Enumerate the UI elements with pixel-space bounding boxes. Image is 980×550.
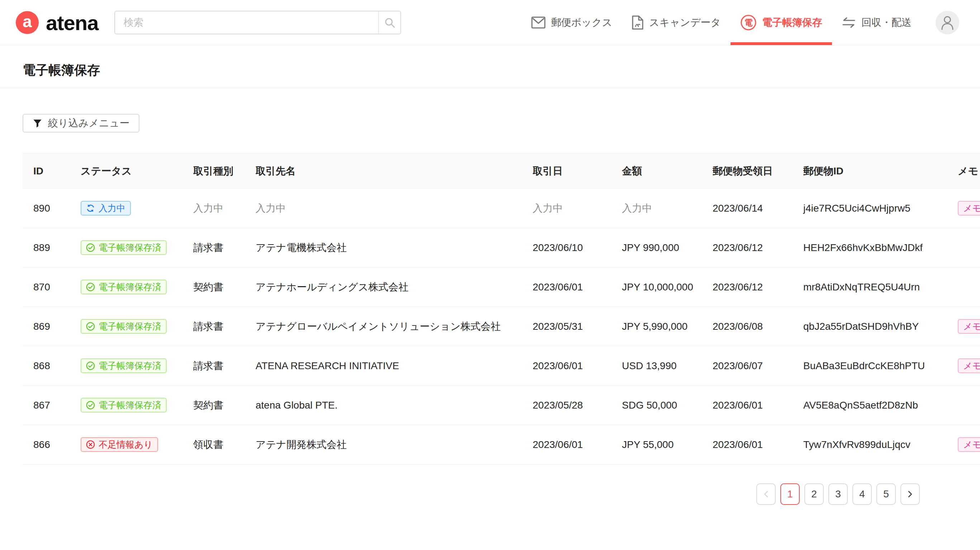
pagination-prev-button[interactable] — [756, 483, 776, 505]
cell-status: 電子帳簿保存済 — [70, 386, 183, 425]
memo-label: メモあり — [963, 322, 980, 331]
pagination-next-button[interactable] — [900, 483, 920, 505]
brand-logo[interactable]: a atena — [16, 11, 99, 35]
nav-item-pickup-delivery[interactable]: 回収・配送 — [832, 0, 921, 45]
memo-label: メモあり — [963, 440, 980, 449]
pagination-page-3[interactable]: 3 — [828, 483, 848, 505]
cell-partner: atena Global PTE. — [245, 386, 522, 425]
cell-received: 2023/06/14 — [702, 189, 792, 228]
memo-badge[interactable]: メモあり — [958, 201, 980, 216]
svg-text:電: 電 — [745, 18, 753, 27]
cell-partner: ATENA RESEARCH INITIATIVE — [245, 346, 522, 386]
sync-icon — [86, 204, 95, 213]
filter-menu-label: 絞り込みメニュー — [48, 116, 129, 130]
pagination-page-4[interactable]: 4 — [853, 483, 872, 505]
nav-item-denshi-chobo[interactable]: 電 電子帳簿保存 — [730, 0, 832, 45]
cell-mail-id: mr8AtiDxNqTREQ5U4Urn — [792, 268, 947, 307]
status-icon — [86, 282, 95, 292]
cell-received: 2023/06/08 — [702, 307, 792, 346]
check-circle-icon — [86, 401, 95, 410]
filter-menu-button[interactable]: 絞り込みメニュー — [22, 114, 140, 133]
status-icon — [86, 243, 95, 252]
navbar: a atena 郵便ボックス スキャンデータ — [0, 0, 980, 46]
search-button[interactable] — [378, 11, 400, 34]
cell-status: 電子帳簿保存済 — [70, 307, 183, 346]
cell-date: 入力中 — [522, 189, 611, 228]
cell-partner: アテナグローバルペイメントソリューション株式会社 — [245, 307, 522, 346]
status-icon — [86, 322, 95, 331]
memo-badge[interactable]: メモあり — [958, 437, 980, 452]
cell-received: 2023/06/07 — [702, 346, 792, 386]
cell-amount: JPY 5,990,000 — [611, 307, 702, 346]
nav-item-label: 電子帳簿保存 — [762, 16, 822, 29]
search-input[interactable] — [115, 11, 378, 34]
status-label: 電子帳簿保存済 — [99, 243, 161, 252]
column-header-mail-id: 郵便物ID — [792, 154, 947, 189]
close-circle-icon — [86, 440, 95, 449]
cell-status: 電子帳簿保存済 — [70, 268, 183, 307]
cell-memo: メモあり — [947, 425, 980, 464]
cell-doc-type: 領収書 — [183, 425, 245, 464]
chevron-right-icon — [906, 490, 915, 498]
table-row[interactable]: 870 電子帳簿保存済 契約書 アテナホールディングス株式会社 2023/06/… — [22, 268, 980, 307]
cell-date: 2023/06/01 — [522, 268, 611, 307]
pagination: 1 2 3 4 5 — [0, 483, 920, 505]
cell-doc-type: 契約書 — [183, 268, 245, 307]
pagination-page-1[interactable]: 1 — [780, 483, 800, 505]
cell-id: 890 — [22, 189, 70, 228]
status-label: 不足情報あり — [99, 440, 153, 449]
column-header-memo: メモ — [947, 154, 980, 189]
nav-item-scan-data[interactable]: スキャンデータ — [622, 0, 730, 45]
nav-item-label: スキャンデータ — [649, 16, 721, 29]
cell-mail-id: j4ie7RC5Uci4CwHjprw5 — [792, 189, 947, 228]
cell-date: 2023/06/01 — [522, 346, 611, 386]
cell-memo — [947, 268, 980, 307]
user-avatar[interactable] — [935, 11, 959, 34]
table-header-row: ID ステータス 取引種別 取引先名 取引日 金額 郵便物受領日 郵便物ID メ… — [22, 154, 980, 189]
cell-partner: アテナホールディングス株式会社 — [245, 268, 522, 307]
pagination-page-5[interactable]: 5 — [877, 483, 896, 505]
cell-id: 869 — [22, 307, 70, 346]
status-label: 電子帳簿保存済 — [99, 282, 161, 292]
documents-table: ID ステータス 取引種別 取引先名 取引日 金額 郵便物受領日 郵便物ID メ… — [22, 153, 980, 464]
cell-status: 入力中 — [70, 189, 183, 228]
table-row[interactable]: 868 電子帳簿保存済 請求書 ATENA RESEARCH INITIATIV… — [22, 346, 980, 386]
column-header-status: ステータス — [70, 154, 183, 189]
pagination-page-2[interactable]: 2 — [804, 483, 824, 505]
column-header-id: ID — [22, 154, 70, 189]
cell-received: 2023/06/12 — [702, 228, 792, 268]
check-circle-icon — [86, 243, 95, 252]
cell-id: 866 — [22, 425, 70, 464]
cell-id: 870 — [22, 268, 70, 307]
cell-doc-type: 請求書 — [183, 307, 245, 346]
check-circle-icon — [86, 322, 95, 331]
nav-item-mailbox[interactable]: 郵便ボックス — [522, 0, 622, 45]
cell-amount: JPY 10,000,000 — [611, 268, 702, 307]
cell-received: 2023/06/01 — [702, 386, 792, 425]
page-header: 電子帳簿保存 — [0, 46, 980, 88]
brand-logo-text: atena — [46, 11, 99, 35]
table-row[interactable]: 890 入力中 入力中 入力中 入力中 入力中 2023/06/14 j4ie7… — [22, 189, 980, 228]
cell-memo: メモあり — [947, 307, 980, 346]
cell-mail-id: qbJ2a55rDatSHD9hVhBY — [792, 307, 947, 346]
memo-label: メモあり — [963, 361, 980, 370]
memo-label: メモあり — [963, 204, 980, 213]
brand-logo-icon: a — [16, 11, 39, 34]
cell-date: 2023/06/10 — [522, 228, 611, 268]
cell-doc-type: 契約書 — [183, 386, 245, 425]
brand-logo-letter: a — [22, 13, 32, 30]
memo-badge[interactable]: メモあり — [958, 319, 980, 334]
table-row[interactable]: 867 電子帳簿保存済 契約書 atena Global PTE. 2023/0… — [22, 386, 980, 425]
cell-memo — [947, 386, 980, 425]
main-nav: 郵便ボックス スキャンデータ 電 電子帳簿保存 回収・配送 — [522, 0, 921, 45]
chevron-left-icon — [762, 490, 770, 498]
cell-status: 電子帳簿保存済 — [70, 228, 183, 268]
cell-mail-id: AV5E8aQnS5aetf2D8zNb — [792, 386, 947, 425]
table-row[interactable]: 889 電子帳簿保存済 請求書 アテナ電機株式会社 2023/06/10 JPY… — [22, 228, 980, 268]
cell-status: 電子帳簿保存済 — [70, 346, 183, 386]
status-badge: 電子帳簿保存済 — [81, 280, 167, 294]
table-row[interactable]: 869 電子帳簿保存済 請求書 アテナグローバルペイメントソリューション株式会社… — [22, 307, 980, 346]
cell-id: 867 — [22, 386, 70, 425]
table-row[interactable]: 866 不足情報あり 領収書 アテナ開発株式会社 2023/06/01 JPY … — [22, 425, 980, 464]
memo-badge[interactable]: メモあり — [958, 358, 980, 373]
